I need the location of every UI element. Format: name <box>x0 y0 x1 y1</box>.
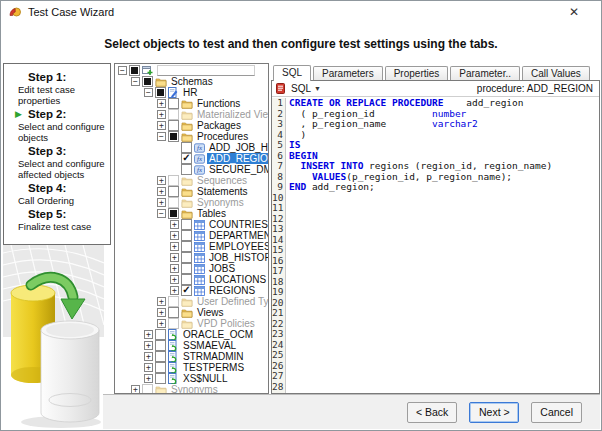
expand-icon[interactable]: + <box>157 198 166 207</box>
tab-parameters[interactable]: Parameters <box>313 66 383 80</box>
tree-row-hr[interactable]: −HR <box>115 87 268 98</box>
checkbox-jobs[interactable] <box>181 263 192 274</box>
tree-row-views[interactable]: +Views <box>115 307 268 318</box>
sql-code-editor[interactable]: 1CREATE OR REPLACE PROCEDURE add_region2… <box>272 98 599 393</box>
tree-row-oracle-ocm[interactable]: +ORACLE_OCM <box>115 329 268 340</box>
expand-icon[interactable]: + <box>170 264 179 273</box>
tree-row-add-region[interactable]: fxADD_REGION <box>115 153 268 164</box>
checkbox-employees[interactable] <box>181 241 192 252</box>
expand-icon[interactable]: + <box>170 286 179 295</box>
checkbox-add-region[interactable] <box>181 153 192 164</box>
tree-row-root[interactable]: − <box>115 65 268 76</box>
checkbox-strmadmin[interactable] <box>155 351 166 362</box>
tree-row-testperms[interactable]: +TESTPERMS <box>115 362 268 373</box>
tree-row-regions[interactable]: +REGIONS <box>115 285 268 296</box>
checkbox-root[interactable] <box>129 65 140 76</box>
title-bar[interactable]: Test Case Wizard ✕ <box>1 1 601 23</box>
expand-icon[interactable]: + <box>131 385 140 394</box>
tree-row-synonyms[interactable]: +Synonyms <box>115 197 268 208</box>
close-icon[interactable]: ✕ <box>569 6 579 18</box>
checkbox-hr[interactable] <box>155 87 166 98</box>
checkbox-ssmaeval[interactable] <box>155 340 166 351</box>
expand-icon[interactable]: + <box>157 319 166 328</box>
tree-row-add-job-history[interactable]: fxADD_JOB_HISTORY <box>115 142 268 153</box>
expand-icon[interactable]: + <box>144 352 153 361</box>
checkbox-oracle-ocm[interactable] <box>155 329 166 340</box>
checkbox-job-history[interactable] <box>181 252 192 263</box>
checkbox-procedures[interactable] <box>168 131 179 142</box>
tree-row-departments[interactable]: +DEPARTMENTS <box>115 230 268 241</box>
tree-row-strmadmin[interactable]: +STRMADMIN <box>115 351 268 362</box>
tree-row-employees[interactable]: +EMPLOYEES <box>115 241 268 252</box>
collapse-icon[interactable]: − <box>144 88 153 97</box>
expand-icon[interactable]: + <box>144 341 153 350</box>
checkbox-schemas[interactable] <box>142 76 153 87</box>
tree-row-materialized-views[interactable]: +Materialized Views <box>115 109 268 120</box>
tree-row-packages[interactable]: +Packages <box>115 120 268 131</box>
tree-row-xs-null[interactable]: +XS$NULL <box>115 373 268 384</box>
expand-icon[interactable]: + <box>157 176 166 185</box>
code-text <box>285 277 289 288</box>
expand-icon[interactable]: + <box>144 330 153 339</box>
expand-icon[interactable]: + <box>157 110 166 119</box>
collapse-icon[interactable]: − <box>157 209 166 218</box>
checkbox-departments[interactable] <box>181 230 192 241</box>
root-name-editbox[interactable] <box>157 65 255 76</box>
expand-icon[interactable]: + <box>157 297 166 306</box>
expand-icon[interactable]: + <box>157 308 166 317</box>
tree-row-countries[interactable]: +COUNTRIES <box>115 219 268 230</box>
tree-row-job-history[interactable]: +JOB_HISTORY <box>115 252 268 263</box>
sql-dropdown[interactable]: SQL ▼ <box>291 83 321 94</box>
checkbox-countries[interactable] <box>181 219 192 230</box>
back-button[interactable]: < Back <box>407 402 457 423</box>
expand-icon[interactable]: + <box>157 99 166 108</box>
tree-row-jobs[interactable]: +JOBS <box>115 263 268 274</box>
sql-panel: SQLParametersPropertiesParameter..Call V… <box>271 63 600 394</box>
collapse-icon[interactable]: − <box>131 77 140 86</box>
checkbox-functions[interactable] <box>168 98 179 109</box>
checkbox-tables[interactable] <box>168 208 179 219</box>
expand-icon[interactable]: + <box>170 231 179 240</box>
expand-icon[interactable]: + <box>170 220 179 229</box>
expand-icon[interactable]: + <box>144 374 153 383</box>
tree-row-secure-dml[interactable]: fxSECURE_DML <box>115 164 268 175</box>
tree-row-ssmaeval[interactable]: +SSMAEVAL <box>115 340 268 351</box>
expand-icon[interactable]: + <box>144 363 153 372</box>
expand-icon[interactable]: + <box>170 242 179 251</box>
checkbox-packages[interactable] <box>168 120 179 131</box>
checkbox-testperms[interactable] <box>155 362 166 373</box>
tree-row-functions[interactable]: +Functions <box>115 98 268 109</box>
checkbox-regions[interactable] <box>181 285 192 296</box>
next-button[interactable]: Next > <box>469 402 519 423</box>
schema-icon <box>168 351 179 362</box>
expand-icon[interactable]: + <box>157 187 166 196</box>
tree-row-statements[interactable]: +Statements <box>115 186 268 197</box>
tab-parameter[interactable]: Parameter.. <box>450 66 520 80</box>
checkbox-views[interactable] <box>168 307 179 318</box>
tree-row-schemas[interactable]: −Schemas <box>115 76 268 87</box>
tree-row-vpd-policies[interactable]: +VPD Policies <box>115 318 268 329</box>
object-tree[interactable]: −−Schemas−HR+Functions+Materialized View… <box>114 63 269 394</box>
tab-properties[interactable]: Properties <box>385 66 449 80</box>
tree-row-procedures[interactable]: −Procedures <box>115 131 268 142</box>
checkbox-secure-dml[interactable] <box>181 164 192 175</box>
tree-row-sequences[interactable]: +Sequences <box>115 175 268 186</box>
tree-row-synonyms[interactable]: +Synonyms <box>115 384 268 394</box>
checkbox-statements[interactable] <box>168 186 179 197</box>
expand-icon[interactable]: + <box>170 253 179 262</box>
tree-row-tables[interactable]: −Tables <box>115 208 268 219</box>
step-item: ▶Step 2:Select and configure objects <box>16 108 108 143</box>
checkbox-xs-null[interactable] <box>155 373 166 384</box>
collapse-icon[interactable]: − <box>118 66 127 75</box>
expand-icon[interactable]: + <box>157 121 166 130</box>
tab-call-values[interactable]: Call Values <box>522 66 590 80</box>
checkbox-vpd-policies <box>168 318 179 329</box>
expand-icon[interactable]: + <box>170 275 179 284</box>
tab-sql[interactable]: SQL <box>273 65 311 81</box>
cancel-button[interactable]: Cancel <box>531 402 582 423</box>
collapse-icon[interactable]: − <box>157 132 166 141</box>
tree-row-user-defined-types[interactable]: +User Defined Types <box>115 296 268 307</box>
tree-label: Functions <box>195 98 242 109</box>
code-text <box>285 298 289 309</box>
tree-row-locations[interactable]: +LOCATIONS <box>115 274 268 285</box>
